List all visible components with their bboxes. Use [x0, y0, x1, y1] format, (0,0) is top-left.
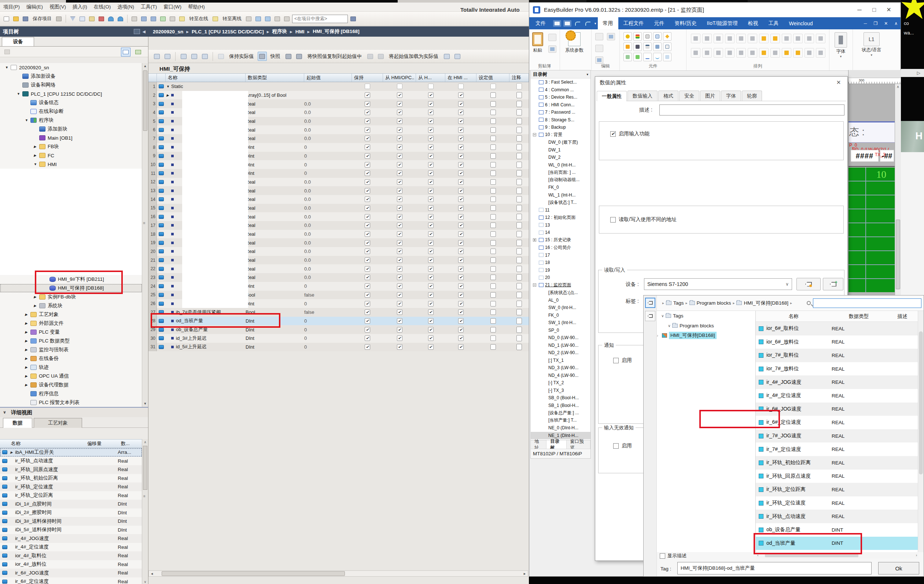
tree-item[interactable]: 实例FB-db块 — [0, 292, 142, 301]
show-description-checkbox[interactable] — [660, 553, 665, 559]
cell-datatype[interactable]: Bool — [246, 309, 304, 315]
tree-item[interactable]: 轨迹 — [0, 363, 142, 372]
cell-startvalue[interactable]: 0.0 — [304, 249, 352, 254]
list-item[interactable]: ir_4#_JOG速度 Real — [0, 534, 142, 543]
ribbon-tab[interactable]: 工具 — [763, 17, 784, 29]
compile-icon[interactable] — [130, 15, 139, 23]
checkbox-accessible[interactable] — [383, 335, 416, 341]
cell-datatype[interactable]: Real — [246, 136, 304, 141]
ribbon-tab[interactable]: IIoT/能源管理 — [701, 17, 742, 29]
breadcrumb-caret-icon[interactable]: ▸ — [789, 301, 794, 305]
tree-item[interactable]: 在线和诊断 — [0, 107, 142, 116]
table-row[interactable]: 1 Static — [148, 82, 529, 91]
checkbox-writable[interactable] — [416, 101, 446, 107]
rotate-icon[interactable] — [725, 48, 734, 58]
expander-icon[interactable] — [167, 85, 171, 88]
checkbox-retain[interactable] — [352, 153, 383, 159]
checkbox-accessible[interactable] — [383, 127, 416, 133]
db-block-item[interactable]: HMI_可保持[DB168] — [657, 331, 716, 340]
tree-item[interactable]: SP_0 — [531, 327, 591, 334]
cell-comment[interactable] — [510, 188, 529, 194]
checkbox-setpoint[interactable] — [477, 196, 510, 202]
align-left-icon[interactable] — [691, 34, 700, 43]
tree-item[interactable]: [-] TX_3 — [531, 387, 591, 394]
maximize-button[interactable]: □ — [867, 5, 881, 15]
dialog-close-icon[interactable]: ✕ — [833, 78, 844, 87]
checkbox-accessible[interactable] — [383, 170, 416, 176]
checkbox-setpoint[interactable] — [477, 301, 510, 307]
list-item[interactable]: ir_环轨_定位速度 Real — [0, 482, 142, 491]
checkbox-accessible[interactable] — [383, 301, 416, 307]
tree-item[interactable]: ∨ Tags — [657, 311, 756, 321]
cell-comment[interactable] — [510, 179, 529, 185]
cell-comment[interactable] — [510, 205, 529, 211]
ok-button[interactable]: Ok — [878, 562, 919, 574]
checkbox-accessible[interactable] — [383, 240, 416, 246]
tree-item[interactable]: 6 : HMI Conn... — [531, 101, 591, 109]
combo-button-icon[interactable] — [643, 43, 652, 51]
project-tree-scrollbar[interactable]: ▲ ≡ ▼ — [142, 63, 148, 407]
tree-item[interactable]: 工艺对象 — [0, 310, 142, 319]
expander-icon[interactable] — [25, 348, 30, 351]
tag-row[interactable]: ir_环轨_定位速度 REAL — [756, 497, 919, 510]
expander-icon[interactable] — [533, 133, 536, 136]
checkbox-visible[interactable] — [446, 144, 477, 150]
tree-item[interactable]: 21 : 监控页面 — [531, 282, 591, 289]
tag-row[interactable]: ior_7#_放料位 REAL — [756, 362, 919, 376]
checkbox-visible[interactable] — [446, 153, 477, 159]
cell-startvalue[interactable]: 0 — [304, 327, 352, 333]
multi-copy-icon[interactable] — [595, 56, 603, 64]
checkbox-writable[interactable] — [416, 335, 446, 341]
quick-save-icon[interactable] — [553, 20, 561, 27]
font-button[interactable]: 字体 ▾ — [835, 32, 847, 58]
checkbox-writable[interactable] — [416, 318, 446, 324]
checkbox-retain[interactable] — [352, 301, 383, 307]
add-tag-button[interactable]: + — [823, 278, 843, 290]
diagnostics-icon[interactable] — [244, 15, 253, 23]
tree-item[interactable]: PLC 数据类型 — [0, 337, 142, 345]
checkbox-retain[interactable] — [352, 309, 383, 315]
cell-name[interactable]: ob_设备总产量 — [166, 326, 246, 333]
checkbox-setpoint[interactable] — [477, 101, 510, 107]
detail-view-header[interactable]: ∨ 详细视图 — [0, 407, 148, 417]
list-item[interactable]: iDi_5#_送料保持时间 DInt — [0, 526, 142, 535]
expander-icon[interactable] — [544, 291, 547, 294]
cell-startvalue[interactable]: 0.0 — [304, 205, 352, 211]
tree-item[interactable]: ND_1 (LW-90... — [531, 341, 591, 350]
tree-item[interactable]: Main [OB1] — [0, 134, 142, 142]
checkbox-retain[interactable] — [352, 275, 383, 280]
checkbox-accessible[interactable] — [383, 188, 416, 193]
dialog-tab[interactable]: 格式 — [658, 91, 678, 101]
copy-icon[interactable] — [548, 45, 556, 53]
cell-startvalue[interactable]: 0.0 — [304, 275, 352, 280]
invalid-enable-checkbox[interactable] — [613, 443, 619, 449]
undo-icon[interactable] — [107, 15, 115, 23]
checkbox-writable[interactable] — [416, 284, 446, 289]
cell-startvalue[interactable]: 0.0 — [304, 127, 352, 133]
cell-comment[interactable] — [510, 335, 529, 341]
expander-icon[interactable] — [533, 88, 536, 91]
column-setpoint[interactable]: 设定值 — [477, 74, 510, 82]
green-grid-table[interactable]: 10 — [848, 168, 901, 292]
curve-tool-icon[interactable] — [653, 53, 662, 61]
checkbox-visible[interactable] — [446, 214, 477, 219]
checkbox-retain[interactable] — [352, 249, 383, 254]
same-size-icon[interactable] — [805, 34, 814, 43]
cell-startvalue[interactable]: 0 — [304, 170, 352, 176]
expander-icon[interactable] — [544, 299, 547, 302]
cell-startvalue[interactable]: 0 — [304, 335, 352, 341]
checkbox-visible[interactable] — [446, 101, 477, 107]
panel-caret-icon[interactable]: ▾ — [586, 73, 588, 76]
checkbox-writable[interactable] — [416, 266, 446, 272]
update-interface-icon[interactable] — [190, 52, 199, 61]
checkbox-writable[interactable] — [416, 170, 446, 176]
panel-tab[interactable]: 目录树 — [546, 440, 566, 449]
checkbox-setpoint[interactable] — [477, 240, 510, 246]
tree-item[interactable]: 18 — [531, 259, 591, 267]
cell-comment[interactable] — [510, 292, 529, 298]
distribute-vertical-icon[interactable] — [771, 34, 780, 43]
tree-item[interactable]: [设备状态:] T... — [531, 199, 591, 206]
checkbox-writable[interactable] — [416, 309, 446, 315]
cell-datatype[interactable]: Real — [246, 188, 304, 193]
list-item[interactable]: iDi_3#_送料保持时间 DInt — [0, 517, 142, 526]
